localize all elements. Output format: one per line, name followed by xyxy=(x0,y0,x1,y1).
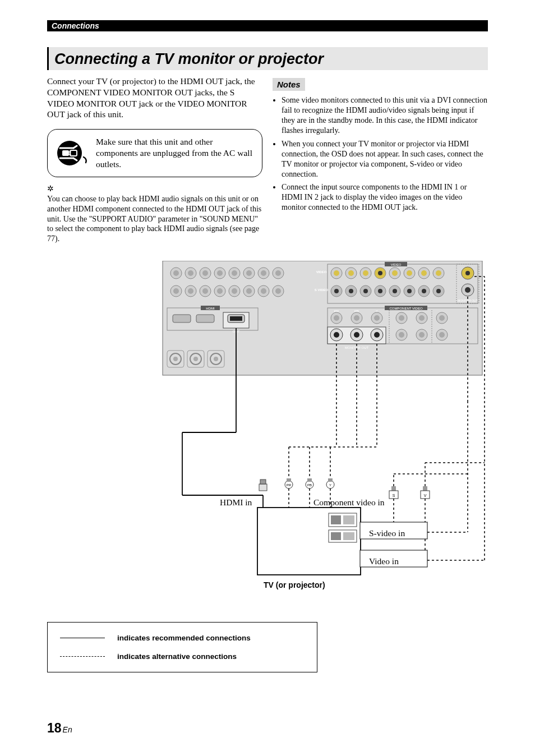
legend-dashed-line-icon xyxy=(60,656,105,657)
svg-point-15 xyxy=(378,271,382,275)
svg-rect-83 xyxy=(230,316,242,321)
svg-rect-154 xyxy=(423,486,427,491)
svg-rect-165 xyxy=(343,515,354,524)
svg-point-17 xyxy=(392,270,398,276)
intro-paragraph: Connect your TV (or projector) to the HD… xyxy=(47,76,262,120)
cable-label-v: V xyxy=(424,494,427,497)
hint-paragraph: You can choose to play back HDMI audio s… xyxy=(47,194,262,245)
caution-box: Make sure that this unit and other compo… xyxy=(47,129,262,177)
hint-icon: ✲ xyxy=(47,184,262,194)
svg-point-95 xyxy=(419,315,425,321)
svg-point-115 xyxy=(173,357,178,361)
diagram-label-video-in: Video in xyxy=(369,556,399,566)
legend-row-alternative: indicates alternative connections xyxy=(60,652,305,661)
svg-point-69 xyxy=(261,288,266,294)
svg-point-89 xyxy=(354,315,359,321)
svg-point-104 xyxy=(374,332,380,338)
svg-point-35 xyxy=(246,270,252,276)
svg-point-108 xyxy=(419,332,425,338)
breadcrumb: Connections xyxy=(47,20,488,31)
notes-label: Notes xyxy=(273,78,305,91)
diagram-svg: VIDEO VIDEO xyxy=(142,261,499,609)
note-item: When you connect your TV monitor or proj… xyxy=(282,139,488,179)
svg-point-93 xyxy=(399,315,404,321)
svg-point-61 xyxy=(202,288,208,294)
cable-label-y: Y xyxy=(329,483,331,487)
section-title-wrap: Connecting a TV monitor or projector xyxy=(47,47,488,70)
connection-diagram: VIDEO VIDEO xyxy=(142,261,499,609)
page: Connections Connecting a TV monitor or p… xyxy=(0,0,535,756)
legend-row-recommended: indicates recommended connections xyxy=(60,634,305,642)
page-footer: 18En xyxy=(47,721,72,736)
svg-point-21 xyxy=(421,270,427,276)
svg-point-59 xyxy=(188,288,193,294)
svg-point-49 xyxy=(393,289,397,293)
svg-point-53 xyxy=(422,289,426,293)
svg-point-57 xyxy=(173,288,179,294)
left-column: Connect your TV (or projector) to the HD… xyxy=(47,76,262,244)
panel-label-svideo-row: S VIDEO xyxy=(315,288,329,292)
svg-rect-80 xyxy=(196,315,214,322)
svg-point-13 xyxy=(363,270,368,276)
svg-point-55 xyxy=(436,289,441,293)
svg-point-71 xyxy=(275,288,281,294)
page-lang: En xyxy=(62,725,72,734)
svg-point-47 xyxy=(378,289,382,293)
svg-point-45 xyxy=(363,289,368,293)
diagram-label-tv: TV (or projector) xyxy=(264,580,325,589)
section-title: Connecting a TV monitor or projector xyxy=(54,50,482,68)
panel-label-hdmi: HDMI xyxy=(206,307,215,310)
svg-point-33 xyxy=(232,270,237,276)
svg-point-121 xyxy=(214,357,218,361)
svg-rect-79 xyxy=(173,315,191,322)
svg-point-39 xyxy=(275,270,281,276)
svg-rect-168 xyxy=(343,532,354,540)
svg-point-67 xyxy=(246,288,252,294)
diagram-label-hdmi-in: HDMI in xyxy=(220,497,252,508)
unplug-icon xyxy=(57,140,88,166)
svg-point-31 xyxy=(217,270,223,276)
panel-label-video-group: VIDEO xyxy=(391,263,402,266)
svg-point-65 xyxy=(232,288,237,294)
page-number: 18 xyxy=(47,721,62,735)
svg-point-74 xyxy=(465,271,470,275)
svg-point-25 xyxy=(173,270,179,276)
svg-rect-138 xyxy=(287,478,291,482)
svg-point-110 xyxy=(439,332,445,338)
svg-rect-1 xyxy=(62,150,69,156)
svg-point-118 xyxy=(193,357,198,361)
note-item: Connect the input source components to t… xyxy=(282,182,488,213)
svg-point-9 xyxy=(334,270,339,276)
svg-point-37 xyxy=(261,270,266,276)
svg-rect-142 xyxy=(328,478,333,482)
notes-list: Some video monitors connected to this un… xyxy=(273,95,488,213)
svg-point-87 xyxy=(334,315,339,321)
svg-rect-167 xyxy=(331,532,341,540)
panel-label-video-row: VIDEO xyxy=(316,270,327,274)
svg-point-29 xyxy=(202,270,208,276)
legend-text-alternative: indicates alternative connections xyxy=(117,652,237,661)
right-column: Notes Some video monitors connected to t… xyxy=(273,76,488,244)
svg-point-76 xyxy=(465,287,471,293)
svg-point-63 xyxy=(217,288,223,294)
svg-point-106 xyxy=(399,332,404,338)
legend-text-recommended: indicates recommended connections xyxy=(117,634,251,642)
svg-rect-129 xyxy=(260,480,266,484)
svg-point-11 xyxy=(348,270,354,276)
cable-label-pr: PR xyxy=(287,483,292,487)
legend-solid-line-icon xyxy=(60,638,105,638)
note-item: Some video monitors connected to this un… xyxy=(282,95,488,136)
svg-rect-140 xyxy=(307,478,312,482)
svg-point-91 xyxy=(374,315,380,321)
svg-point-41 xyxy=(334,289,339,293)
diagram-label-component-in: Component video in xyxy=(313,497,385,508)
svg-point-97 xyxy=(439,315,445,321)
svg-point-27 xyxy=(188,270,193,276)
svg-point-51 xyxy=(407,289,412,293)
cable-label-s: S xyxy=(393,494,395,497)
svg-rect-148 xyxy=(391,486,396,491)
svg-rect-128 xyxy=(259,484,267,491)
caution-text: Make sure that this unit and other compo… xyxy=(96,136,253,169)
svg-point-100 xyxy=(334,332,339,338)
svg-point-102 xyxy=(354,332,359,338)
